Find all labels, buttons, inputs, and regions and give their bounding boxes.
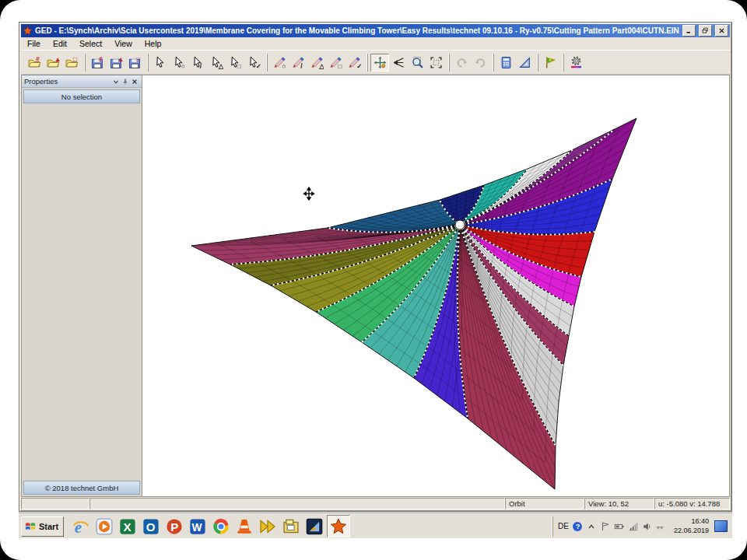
outlook-icon[interactable]: O — [140, 516, 162, 537]
svg-text:△: △ — [318, 61, 324, 68]
calculator-icon — [500, 56, 513, 69]
select-square-button[interactable]: □ — [226, 54, 244, 72]
measure-button[interactable] — [515, 54, 534, 72]
hearts-icon[interactable]: ♥♥ — [656, 520, 668, 532]
properties-panel: Properties No selection © 2018 technet G… — [21, 75, 142, 497]
redo-button[interactable] — [471, 54, 489, 72]
calculator-button[interactable] — [496, 54, 515, 72]
tray-clock[interactable]: 16:40 22.06.2019 — [674, 517, 709, 535]
internet-explorer-icon[interactable]: e — [70, 516, 92, 537]
menu-edit[interactable]: Edit — [47, 38, 73, 49]
settings-button[interactable] — [566, 54, 585, 72]
toolbar-group: #▲□ — [23, 54, 83, 72]
flag-button[interactable] — [541, 54, 559, 72]
menu-view[interactable]: View — [108, 38, 139, 49]
save-hash-button[interactable]: # — [88, 54, 107, 72]
battery-icon[interactable] — [614, 520, 626, 532]
cursor-icon: / — [191, 56, 205, 69]
flag-icon — [544, 56, 557, 69]
membrane-mesh — [142, 75, 730, 497]
close-button[interactable] — [715, 25, 728, 37]
svg-text:/: / — [300, 61, 303, 68]
toolbar-group: ○/△□✓ — [267, 54, 366, 72]
model-viewport[interactable] — [142, 75, 730, 497]
svg-text:□: □ — [237, 61, 240, 68]
chevron-up-icon[interactable] — [586, 520, 598, 532]
undo-button[interactable] — [452, 54, 471, 72]
properties-panel-body — [23, 105, 141, 479]
zoom-collapse-button[interactable] — [389, 54, 408, 72]
svg-text:□: □ — [73, 56, 77, 63]
app-window: GED - E:\Synch\Archiv\Scia Usercontest 2… — [19, 22, 732, 512]
app-icon[interactable] — [23, 26, 33, 36]
select-edge-button[interactable]: / — [188, 54, 207, 72]
chrome-icon[interactable] — [210, 516, 232, 537]
floppy-icon: ▲ — [110, 56, 123, 69]
vlc-icon[interactable] — [233, 516, 255, 537]
draw-point-button[interactable]: ○ — [270, 54, 289, 72]
open-square-button[interactable]: □ — [62, 54, 81, 72]
status-uv-coordinates: u: -5.080 v: 14.788 — [654, 498, 730, 509]
speaker-icon[interactable] — [642, 520, 654, 532]
menu-file[interactable]: File — [21, 38, 47, 49]
draw-edge-button[interactable]: / — [289, 54, 307, 72]
select-point-button[interactable]: ○ — [170, 54, 188, 72]
taskbar: Start eXOPW DE ?♥♥ 16:40 22.06.2019 — [19, 513, 732, 538]
arrows-tool-icon[interactable] — [257, 516, 279, 537]
move-cursor-icon — [304, 187, 314, 200]
draw-check-button[interactable]: ✓ — [345, 54, 363, 72]
svg-text:▲: ▲ — [54, 56, 60, 63]
draw-triangle-button[interactable]: △ — [307, 54, 326, 72]
properties-panel-title: Properties — [24, 77, 111, 86]
ged-app-icon[interactable] — [327, 515, 350, 537]
start-button[interactable]: Start — [21, 516, 64, 537]
excel-icon[interactable]: X — [117, 516, 139, 537]
save-triangle-button[interactable]: ▲ — [107, 54, 125, 72]
viewer-tool-icon[interactable] — [303, 516, 325, 537]
toolbar-group — [538, 54, 562, 72]
signal-icon[interactable] — [628, 520, 640, 532]
svg-text:▲: ▲ — [117, 56, 123, 63]
show-desktop-icon[interactable] — [714, 520, 728, 532]
svg-text:○: ○ — [181, 61, 184, 68]
menu-select[interactable]: Select — [73, 38, 108, 49]
flag-tray-icon[interactable] — [600, 520, 612, 532]
open-hash-button[interactable]: # — [25, 54, 44, 72]
chevron-down-icon[interactable] — [111, 77, 121, 86]
pan-orbit-button[interactable] — [370, 54, 389, 72]
pen-icon: △ — [310, 56, 324, 69]
toolbar-group — [367, 54, 447, 72]
word-icon[interactable]: W — [187, 516, 209, 537]
magnifier-icon — [411, 56, 424, 69]
pin-icon[interactable] — [121, 77, 130, 86]
quick-launch-bar: eXOPW — [70, 515, 350, 537]
svg-text:□: □ — [338, 61, 342, 68]
media-player-icon[interactable] — [93, 516, 115, 537]
svg-text:♥♥: ♥♥ — [657, 523, 665, 530]
svg-text:X: X — [124, 520, 132, 534]
select-button[interactable] — [151, 54, 170, 72]
close-icon[interactable] — [130, 77, 139, 86]
folder-icon: # — [28, 56, 41, 69]
pen-icon: ○ — [273, 56, 286, 69]
svg-text:W: W — [192, 521, 202, 533]
zoom-fit-button[interactable] — [426, 54, 445, 72]
draw-square-button[interactable]: □ — [326, 54, 345, 72]
pen-icon: ✓ — [348, 56, 361, 69]
help-icon[interactable]: ? — [572, 520, 584, 532]
language-indicator[interactable]: DE — [558, 522, 569, 530]
minimize-button[interactable] — [682, 25, 696, 37]
open-triangle-button[interactable]: ▲ — [44, 54, 62, 72]
save-square-button[interactable]: □ — [125, 54, 144, 72]
cursor-icon: △ — [210, 56, 223, 69]
copyright-footer: © 2018 technet GmbH — [23, 481, 140, 495]
zoom-window-button[interactable] — [408, 54, 426, 72]
select-check-button[interactable]: ✓ — [244, 54, 263, 72]
menu-help[interactable]: Help — [139, 38, 168, 49]
powerpoint-icon[interactable]: P — [163, 516, 185, 537]
select-triangle-button[interactable]: △ — [207, 54, 226, 72]
file-manager-icon[interactable] — [280, 516, 302, 537]
toolbar-group: ○/△□✓ — [148, 54, 265, 72]
svg-text:✓: ✓ — [356, 61, 361, 68]
restore-button[interactable] — [699, 25, 712, 37]
